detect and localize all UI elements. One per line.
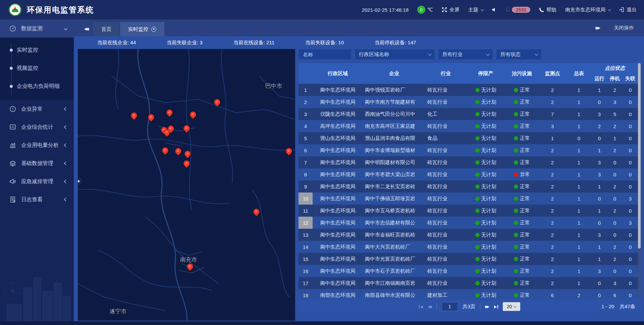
map-city-label: 巴中市: [265, 82, 282, 90]
next-page-button[interactable]: ▶▶: [485, 305, 489, 309]
sidebar-item-label: 企业用电量分析: [21, 142, 59, 149]
table-cell: 2: [299, 96, 313, 108]
table-scrollbar[interactable]: [638, 63, 641, 298]
table-row[interactable]: 14阆中生态环境局阆中大兴页岩机砖厂砖瓦行业无计划正常21120: [299, 241, 638, 253]
map-city-label: 南充市: [180, 256, 197, 264]
table-row[interactable]: 12阆中生态环境局阆中市忠信建材有限公砖瓦行业无计划正常21003: [299, 217, 638, 229]
table-cell: 无计划: [466, 132, 505, 144]
table-cell: 阆中生态环境局: [313, 217, 363, 229]
table-cell: 1: [566, 96, 592, 108]
table-cell: 营山县润丰肉食品有限: [363, 132, 425, 144]
table-row[interactable]: 6阆中生态环境局阆中市金博瑞新型墙材砖瓦行业无计划正常21120: [299, 144, 638, 156]
table-row[interactable]: 11阆中生态环境局阆中市五马桥页岩机砖砖瓦行业无计划正常21120: [299, 205, 638, 217]
table-cell: 0: [623, 289, 638, 298]
table-cell: 1: [592, 241, 607, 253]
page-size-select[interactable]: 20: [503, 302, 520, 311]
name-filter-input[interactable]: [299, 49, 352, 60]
status-dot-green: [514, 148, 518, 153]
table-row[interactable]: 15阆中生态环境局阆中市光富页岩机砖厂砖瓦行业无计划正常21120: [299, 253, 638, 265]
close-operations-button[interactable]: 关闭操作: [614, 25, 634, 31]
table-row[interactable]: 9阆中生态环境局阆中市二龙长宝页岩砖砖瓦行业无计划正常21120: [299, 180, 638, 193]
status-dot-green: [475, 124, 480, 128]
sidebar-item-power-analysis[interactable]: 企业用电量分析: [0, 136, 74, 154]
status-dot-green: [475, 233, 480, 237]
table-cell: 11: [299, 205, 313, 217]
status-dot-green: [514, 136, 518, 141]
sidebar-item-base-data[interactable]: 基础数据管理: [0, 154, 74, 172]
table-cell: 阆中生态环境局: [313, 265, 363, 277]
tabs-scroll-right-button[interactable]: ▶▶: [596, 25, 600, 30]
table-row[interactable]: 13阆中生态环境局阆中市金福旺页岩机砖砖瓦行业无计划正常21300: [299, 229, 638, 241]
table-cell: 0: [623, 120, 638, 132]
table-cell: 砖瓦行业: [425, 193, 466, 205]
sidebar-subitem-realtime-monitoring[interactable]: 实时监控: [0, 41, 74, 59]
table-row[interactable]: 8阆中生态环境局阆中市枣碧大梁山页岩砖瓦行业无计划异常21300: [299, 168, 638, 180]
sidebar-subitem-video-monitoring[interactable]: 视频监控: [0, 59, 74, 77]
temperature-unit: ℃: [427, 7, 433, 13]
table-cell: 2: [566, 289, 592, 298]
table-cell: 无计划: [466, 168, 505, 180]
region-filter-select[interactable]: 行政区域名称: [355, 49, 435, 60]
col-company: 企业: [363, 63, 425, 84]
sidebar: 数据监测 实时监控 视频监控 企业电力负荷明细 企业异常 企业综: [0, 19, 74, 321]
mute-speaker-icon[interactable]: [492, 7, 496, 12]
table-cell: 1: [566, 84, 592, 96]
scrollbar-thumb[interactable]: [638, 63, 641, 249]
table-cell: 2: [539, 229, 566, 241]
status-filter-select[interactable]: 所有状态: [496, 49, 542, 60]
table-cell: 5: [299, 132, 313, 144]
last-page-button[interactable]: ▶: [494, 305, 498, 309]
table-cell: 3: [607, 277, 623, 289]
first-page-button[interactable]: ◀: [419, 305, 423, 309]
table-cell: 无计划: [466, 144, 505, 156]
table-row[interactable]: 4高坪生态环境局南充市高坪区王家店建砖瓦行业无计划正常31220: [299, 120, 638, 132]
tab-close-icon[interactable]: ✕: [151, 27, 156, 32]
logout-button[interactable]: 退出: [619, 7, 637, 13]
theme-menu-button[interactable]: 主题: [468, 7, 483, 13]
table-cell: 1: [592, 144, 607, 156]
table-cell: 16: [299, 265, 313, 277]
sidebar-item-log-view[interactable]: 日志查看: [0, 191, 74, 209]
tabs-scroll-left-button[interactable]: ◀◀: [78, 22, 93, 36]
table-cell: 0: [592, 289, 607, 298]
table-row[interactable]: 17阆中生态环境局阆中市江南镇阆南页岩砖瓦行业无计划正常21030: [299, 277, 638, 289]
table-row[interactable]: 10阆中生态环境局阆中千佛镇五郎垭页岩砖瓦行业无计划正常21003: [299, 193, 638, 205]
help-button[interactable]: 帮助: [539, 7, 556, 13]
sidebar-item-enterprise-statistics[interactable]: 企业综合统计: [0, 118, 74, 136]
table-cell: 9: [299, 180, 313, 193]
table-cell: 0: [623, 108, 638, 120]
table-row[interactable]: 5营山生态环境局营山县润丰肉食品有限食品无计划正常10010: [299, 132, 638, 144]
sidebar-item-data-monitoring[interactable]: 数据监测: [0, 19, 74, 38]
fullscreen-button[interactable]: 全屏: [442, 7, 460, 13]
status-dot-green: [475, 136, 480, 141]
sidebar-item-enterprise-anomaly[interactable]: 企业异常: [0, 100, 74, 118]
sidebar-item-emergency-reduction[interactable]: 应急减排管理: [0, 172, 74, 191]
table-cell: 无计划: [466, 108, 505, 120]
map-panel[interactable]: 巴中市南充市遂宁市 ◀: [78, 49, 295, 321]
tab-home[interactable]: 首页: [93, 22, 119, 36]
app-logo-icon: [9, 3, 21, 16]
table-cell: 6: [299, 144, 313, 156]
sidebar-subitem-label: 视频监控: [17, 65, 38, 72]
status-dot-green: [475, 148, 480, 153]
table-row[interactable]: 16阆中生态环境局阆中市石子页岩机砖厂砖瓦行业无计划正常21300: [299, 265, 638, 277]
table-cell: 阆中强锐页岩砖厂: [363, 84, 425, 96]
table-cell: 3: [592, 229, 607, 241]
table-row[interactable]: 3仪陇生态环境局西南油气田分公司川中化工无计划正常71350: [299, 108, 638, 120]
sidebar-item-label: 应急减排管理: [21, 178, 53, 185]
table-row[interactable]: 1阆中生态环境局阆中强锐页岩砖厂砖瓦行业无计划正常21120: [299, 84, 638, 96]
table-cell: 2: [539, 180, 566, 193]
table-cell: 2: [607, 241, 623, 253]
tab-realtime-monitoring[interactable]: 实时监控 ✕: [120, 22, 164, 36]
industry-filter-select[interactable]: 所有行业: [438, 49, 493, 60]
table-row[interactable]: 18南部生态环境局南部县雄华水泥有限公建材加工无计划正常62060: [299, 289, 638, 298]
table-row[interactable]: 7阆中生态环境局阆中明阳建材有限公司砖瓦行业无计划正常21300: [299, 156, 638, 168]
notifications-button[interactable]: 2632: [505, 7, 530, 13]
previous-page-button[interactable]: ◀◀: [428, 305, 432, 309]
chevron-down-icon: [428, 52, 432, 56]
org-menu-button[interactable]: 南充市生态环境局: [565, 7, 610, 13]
sidebar-subitem-power-load-detail[interactable]: 企业电力负荷明细: [0, 77, 74, 95]
table-row[interactable]: 2阆中生态环境局阆中市南方节能建材有砖瓦行业无计划正常21030: [299, 96, 638, 108]
table-cell: 正常: [505, 108, 539, 120]
page-number-input[interactable]: [442, 302, 458, 311]
